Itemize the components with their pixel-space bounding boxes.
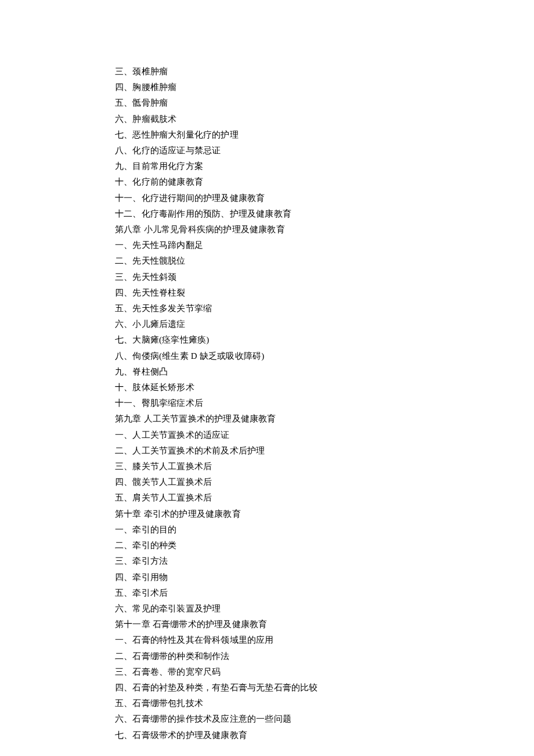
toc-line: 七、大脑瘫(痉挛性瘫痪) [115, 332, 534, 348]
toc-line: 十一、臀肌挛缩症术后 [115, 395, 534, 411]
toc-line: 一、石膏的特性及其在骨科领域里的应用 [115, 632, 534, 648]
toc-line: 四、石膏的衬垫及种类，有垫石膏与无垫石膏的比较 [115, 680, 534, 696]
toc-line: 六、小儿瘫后遗症 [115, 316, 534, 332]
toc-line: 五、石膏绷带包扎技术 [115, 696, 534, 711]
toc-line: 四、先天性脊柱裂 [115, 285, 534, 301]
toc-line: 一、先天性马蹄内翻足 [115, 237, 534, 253]
toc-line: 三、石膏卷、带的宽窄尺码 [115, 664, 534, 680]
toc-line: 三、膝关节人工置换术后 [115, 459, 534, 474]
toc-line: 第十一章 石膏绷带术的护理及健康教育 [115, 617, 534, 632]
toc-line: 四、髋关节人工置换术后 [115, 474, 534, 490]
toc-line: 五、牵引术后 [115, 585, 534, 601]
toc-line: 十、化疗前的健康教育 [115, 174, 534, 190]
toc-line: 一、牵引的目的 [115, 522, 534, 538]
toc-line: 十一、化疗进行期间的护理及健康教育 [115, 190, 534, 206]
toc-line: 五、骶骨肿瘤 [115, 95, 534, 111]
toc-line: 二、牵引的种类 [115, 538, 534, 553]
toc-line: 二、石膏绷带的种类和制作法 [115, 649, 534, 664]
toc-line: 三、先天性斜颈 [115, 269, 534, 285]
toc-line: 九、脊柱侧凸 [115, 364, 534, 380]
toc-line: 二、先天性髋脱位 [115, 253, 534, 269]
toc-line: 八、佝偻病(维生素 D 缺乏或吸收障碍) [115, 348, 534, 364]
document-page: 三、颈椎肿瘤 四、胸腰椎肿瘤 五、骶骨肿瘤 六、肿瘤截肢术 七、恶性肿瘤大剂量化… [0, 0, 534, 756]
toc-line: 二、人工关节置换术的术前及术后护理 [115, 443, 534, 459]
toc-line: 四、胸腰椎肿瘤 [115, 80, 534, 95]
toc-line: 第十章 牵引术的护理及健康教育 [115, 506, 534, 522]
toc-line: 第九章 人工关节置换术的护理及健康教育 [115, 411, 534, 427]
toc-line: 十、肢体延长矫形术 [115, 380, 534, 395]
toc-line: 十二、化疗毒副作用的预防、护理及健康教育 [115, 206, 534, 222]
toc-line: 七、石膏级带术的护理及健康教育 [115, 728, 534, 743]
toc-line: 一、人工关节置换术的适应证 [115, 427, 534, 443]
toc-line: 三、牵引方法 [115, 553, 534, 569]
toc-line: 六、常见的牵引装置及护理 [115, 601, 534, 617]
toc-line: 五、肩关节人工置换术后 [115, 490, 534, 506]
toc-line: 六、肿瘤截肢术 [115, 111, 534, 127]
toc-line: 八、化疗的适应证与禁忌证 [115, 143, 534, 159]
toc-line: 三、颈椎肿瘤 [115, 64, 534, 80]
toc-line: 六、石膏绷带的操作技术及应注意的一些问题 [115, 711, 534, 727]
toc-line: 第八章 小儿常见骨科疾病的护理及健康教育 [115, 222, 534, 237]
toc-line: 五、先天性多发关节挛缩 [115, 301, 534, 316]
toc-line: 七、恶性肿瘤大剂量化疗的护理 [115, 127, 534, 143]
toc-line: 四、牵引用物 [115, 570, 534, 585]
toc-line: 九、目前常用化疗方案 [115, 159, 534, 174]
